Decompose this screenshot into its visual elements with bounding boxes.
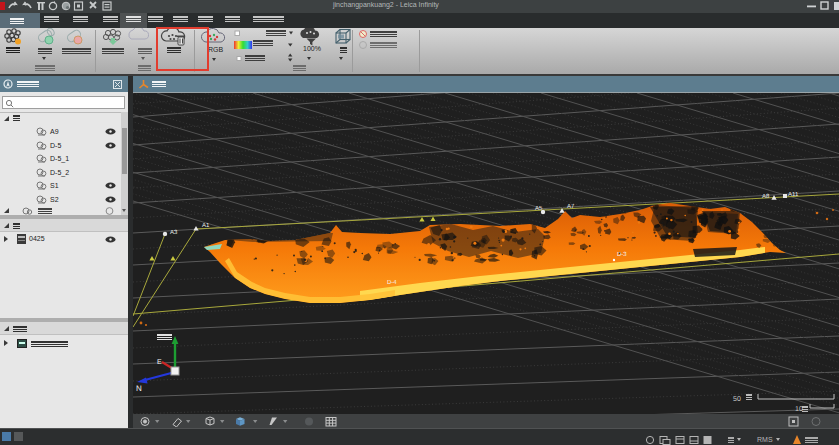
svg-text:50: 50 (733, 396, 741, 403)
svg-text:D-4: D-4 (387, 279, 397, 286)
svg-text:A8: A8 (762, 193, 770, 200)
svg-text:N: N (136, 384, 142, 393)
svg-text:D-3: D-3 (617, 251, 627, 258)
svg-text:A11: A11 (788, 191, 799, 198)
svg-text:A1: A1 (202, 222, 210, 229)
svg-text:A7: A7 (567, 203, 575, 210)
svg-text:E: E (157, 359, 162, 366)
svg-text:A5: A5 (535, 205, 543, 212)
svg-text:A3: A3 (170, 229, 178, 236)
